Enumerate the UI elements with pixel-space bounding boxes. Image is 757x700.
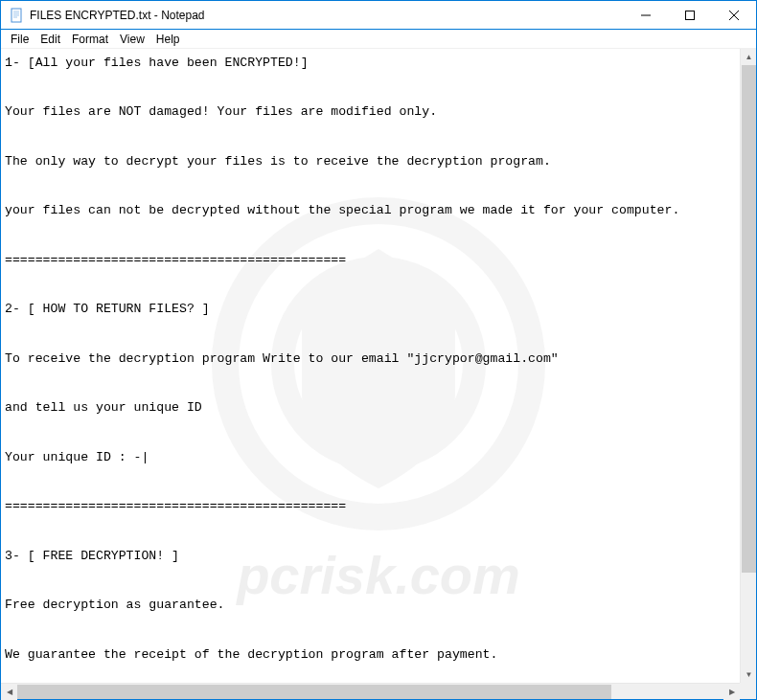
menu-format[interactable]: Format: [66, 31, 114, 48]
notepad-icon: [9, 8, 24, 23]
menu-edit[interactable]: Edit: [34, 31, 66, 48]
menu-help[interactable]: Help: [150, 31, 186, 48]
window-title: FILES ENCRYPTED.txt - Notepad: [30, 9, 205, 22]
scroll-corner: [740, 683, 756, 699]
content-area: pcrisk.com 1- [All your files have been …: [1, 49, 756, 683]
menu-file[interactable]: File: [5, 31, 34, 48]
scroll-right-arrow-icon[interactable]: ▶: [723, 684, 740, 700]
scroll-up-arrow-icon[interactable]: ▲: [741, 49, 756, 65]
titlebar[interactable]: FILES ENCRYPTED.txt - Notepad: [1, 1, 756, 30]
horizontal-scroll-thumb[interactable]: [17, 685, 611, 699]
menubar: File Edit Format View Help: [1, 30, 756, 49]
scroll-left-arrow-icon[interactable]: ◀: [1, 684, 17, 700]
window-controls: [624, 1, 756, 29]
text-editor[interactable]: 1- [All your files have been ENCRYPTED!]…: [1, 49, 740, 683]
menu-view[interactable]: View: [114, 31, 150, 48]
horizontal-scrollbar[interactable]: ◀ ▶: [1, 683, 740, 699]
titlebar-left: FILES ENCRYPTED.txt - Notepad: [1, 8, 205, 23]
maximize-button[interactable]: [668, 1, 712, 29]
minimize-button[interactable]: [624, 1, 668, 29]
horizontal-scroll-track[interactable]: [17, 684, 723, 699]
svg-rect-6: [686, 11, 695, 19]
close-button[interactable]: [712, 1, 756, 29]
vertical-scrollbar[interactable]: ▲ ▼: [740, 49, 756, 683]
notepad-window: FILES ENCRYPTED.txt - Notepad File Edit …: [0, 0, 757, 700]
vertical-scroll-thumb[interactable]: [742, 65, 756, 573]
bottom-scroll-row: ◀ ▶: [1, 683, 756, 699]
scroll-down-arrow-icon[interactable]: ▼: [741, 666, 756, 683]
